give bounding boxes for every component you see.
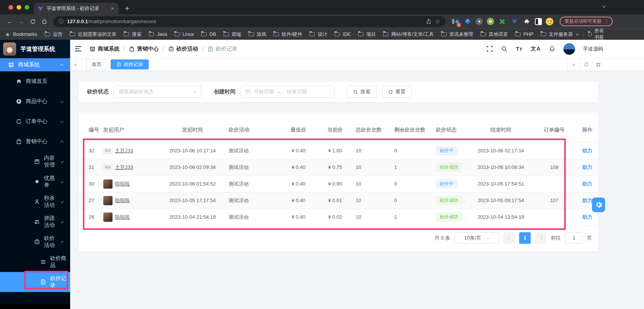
column-header: 剩余砍价次数 <box>392 118 434 142</box>
bookmark-folder[interactable]: 网站/博客/文章/工具 <box>383 31 434 38</box>
site-info-icon[interactable]: ⓘ <box>59 18 64 25</box>
sidebar-item-bargain[interactable]: 砍价活动 <box>0 232 70 252</box>
reload-icon[interactable] <box>28 19 38 25</box>
extension-circle-green-icon[interactable] <box>487 18 494 25</box>
sidebar-item-marketing[interactable]: 营销中心 <box>0 132 70 152</box>
bookmark-folder[interactable]: 前端 <box>224 31 241 38</box>
bookmark-folder[interactable]: 设计 <box>309 31 327 38</box>
home-icon[interactable] <box>39 19 49 25</box>
sidebar-item-storefront[interactable]: 商城系统 <box>0 58 70 71</box>
extension-emoji-face-icon[interactable] <box>546 18 553 25</box>
tabs-layout-grid-icon[interactable] <box>592 58 604 71</box>
bookmark-folder[interactable]: 文件服务器 <box>541 31 573 38</box>
bookmark-folder[interactable]: 近期需要读的文章 <box>70 31 116 38</box>
bookmark-folder[interactable]: 游戏 <box>249 31 266 38</box>
bookmark-star-outline-icon[interactable]: ☆ <box>435 18 440 25</box>
address-bar[interactable]: ⓘ 127.0.0.1/mall/promotion/bargain/recor… <box>53 16 446 27</box>
browser-tab[interactable]: 芋道管理系统 - 砍价记录 × <box>34 3 119 14</box>
assist-link[interactable]: 助力 <box>582 148 592 154</box>
language-icon[interactable]: 文A <box>531 46 541 52</box>
bookmark-folder[interactable]: 其他语言 <box>481 31 508 38</box>
extension-circle-dark-icon[interactable]: * <box>476 18 483 25</box>
extension-puzzle-white-icon[interactable] <box>523 17 531 26</box>
extension-star-green-icon[interactable] <box>498 17 506 26</box>
new-tab-button[interactable]: + <box>125 5 129 12</box>
sidebar-item-list[interactable]: 砍价商品 <box>0 252 70 272</box>
extension-split-square-icon[interactable] <box>535 18 542 25</box>
window-minimize-button[interactable] <box>17 5 21 10</box>
fullscreen-icon[interactable] <box>486 46 493 52</box>
extension-chevrons-blue-icon[interactable] <box>510 17 519 26</box>
column-header: 最低价 <box>280 118 317 142</box>
search-icon[interactable] <box>501 46 508 52</box>
assist-link[interactable]: 助力 <box>582 181 592 187</box>
update-button[interactable]: 重新启动即可更新 ⋮ <box>560 17 613 26</box>
app-logo[interactable]: 芋道管理系统 <box>0 40 70 58</box>
user-avatar[interactable] <box>563 43 575 55</box>
breadcrumb-item[interactable]: 砍价记录 <box>207 46 237 52</box>
bookmark-folder[interactable]: 资讯未整理 <box>441 31 474 38</box>
pagination-total: 共 5 条 <box>435 235 450 241</box>
bookmark-folder[interactable]: Linux <box>175 32 194 37</box>
tab-search-chevron-icon[interactable] <box>602 4 606 8</box>
font-size-icon[interactable]: Tт <box>516 46 522 52</box>
tab-close-icon[interactable]: × <box>110 5 115 12</box>
tabs-collapse-right[interactable]: » <box>567 58 580 71</box>
bookmark-folder[interactable]: PHP <box>515 32 533 37</box>
sidebar-item-home[interactable]: 商城首页 <box>0 71 70 91</box>
date-range-picker[interactable]: 开始日期 – 结束日期 <box>240 86 335 98</box>
settings-gear-button[interactable] <box>592 198 605 212</box>
bookmark-folder[interactable]: 项目 <box>358 31 376 38</box>
bookmarks-overflow-icon[interactable]: » <box>576 32 578 37</box>
window-close-button[interactable] <box>8 5 13 10</box>
sidebar-item-content[interactable]: 内容管理 <box>0 152 70 172</box>
share-icon[interactable] <box>426 19 432 24</box>
next-page-button[interactable] <box>535 232 546 244</box>
user-link[interactable]: 啦啦啦 <box>115 197 130 204</box>
notifications-bell-icon[interactable] <box>549 46 555 52</box>
sidebar-item-order[interactable]: 订单中心 <box>0 111 70 132</box>
sidebar-item-clipboard[interactable]: 砍价记录 <box>0 272 70 292</box>
breadcrumb-item[interactable]: 营销中心 <box>129 46 159 52</box>
forward-icon[interactable]: → <box>16 18 26 25</box>
user-link[interactable]: 啦啦啦 <box>115 181 130 187</box>
back-icon[interactable]: ← <box>5 18 15 25</box>
extension-kite-blue-icon[interactable] <box>463 17 472 26</box>
sidebar-item-groupon[interactable]: 拼团活动 <box>0 212 70 232</box>
bookmark-folder[interactable]: 搜索 <box>124 31 141 38</box>
window-zoom-button[interactable] <box>25 5 29 10</box>
bookmarks-label[interactable]: Bookmarks <box>13 32 37 37</box>
bookmark-folder[interactable]: DB <box>201 32 216 37</box>
page-tab-home[interactable]: 首页 <box>86 59 107 69</box>
page-tab-bargain-record[interactable]: 砍价记录 <box>111 59 149 69</box>
tabs-collapse-left[interactable]: « <box>70 58 82 71</box>
tabs-refresh-icon[interactable] <box>580 58 592 71</box>
bookmark-folder[interactable]: IDE <box>335 32 351 37</box>
bookmark-folder[interactable]: Java <box>149 32 167 37</box>
goto-page-input[interactable]: 1 <box>565 232 583 244</box>
prev-page-button[interactable] <box>503 232 515 244</box>
all-bookmarks-button[interactable]: 所有书签 <box>588 28 605 41</box>
sidebar-item-product[interactable]: 商品中心 <box>0 91 70 111</box>
bargain-status-select[interactable]: 请选择砍价状态 <box>114 86 201 98</box>
page-size-select[interactable]: 10条/页 <box>454 232 499 244</box>
search-button[interactable]: 搜索 <box>347 86 377 98</box>
user-name[interactable]: 芋道源码 <box>583 46 603 52</box>
sidebar-item-coupon[interactable]: 优惠券 <box>0 172 70 192</box>
assist-link[interactable]: 助力 <box>582 198 592 203</box>
current-page-button[interactable]: 1 <box>519 232 531 244</box>
bookmark-folder[interactable]: 软件/硬件 <box>274 31 302 38</box>
reset-button[interactable]: 重置 <box>382 86 412 98</box>
user-link[interactable]: 土豆233 <box>115 164 133 171</box>
assist-link[interactable]: 助力 <box>582 214 592 220</box>
assist-link[interactable]: 助力 <box>582 164 592 170</box>
browser-menu-icon[interactable]: ⋮ <box>604 19 609 24</box>
collapse-menu-icon[interactable] <box>75 46 82 52</box>
sidebar-item-seckill[interactable]: 秒杀活动 <box>0 192 70 212</box>
breadcrumb-item[interactable]: 砍价活动 <box>168 46 198 52</box>
extension-pin-blue-icon[interactable]: 6 <box>451 17 459 26</box>
breadcrumb-item[interactable]: 商城系统 <box>89 46 119 52</box>
user-link[interactable]: 啦啦啦 <box>115 214 130 221</box>
bookmark-folder[interactable]: 运营 <box>45 31 62 38</box>
user-link[interactable]: 土豆233 <box>115 147 133 154</box>
